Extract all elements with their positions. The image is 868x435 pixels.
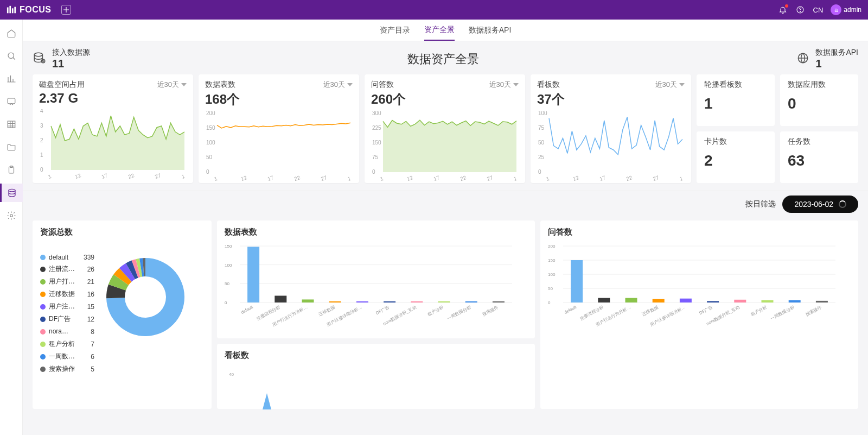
sparkline-chart: 0751502253001121722271: [371, 111, 519, 182]
svg-text:200: 200: [548, 244, 556, 249]
legend-item[interactable]: DF广告12: [40, 314, 94, 324]
svg-text:default: default: [240, 304, 254, 315]
legend-label: 注册流…: [49, 264, 75, 274]
api-value: 1: [815, 58, 858, 70]
bar-chart: 050100150default注册流程分析用户打点行为分析…迁移数据用户注册详…: [225, 243, 518, 330]
svg-point-11: [9, 189, 15, 192]
svg-text:17: 17: [101, 172, 109, 180]
bell-icon[interactable]: [778, 5, 787, 14]
svg-text:一周数据分析: 一周数据分析: [770, 305, 795, 321]
range-selector[interactable]: 近30天: [655, 80, 685, 90]
svg-rect-1: [9, 6, 11, 13]
legend-item[interactable]: 租户分析7: [40, 339, 94, 349]
tab-catalog[interactable]: 资产目录: [380, 21, 410, 40]
svg-rect-3: [14, 7, 16, 14]
svg-text:100: 100: [206, 140, 215, 146]
stat-title: 轮播看板数: [704, 80, 767, 90]
svg-text:3: 3: [40, 123, 43, 129]
svg-text:22: 22: [293, 174, 302, 182]
card-boards-bar: 看板数 40: [217, 344, 535, 409]
mini-card-qa: 问答数 260个 近30天 0751502253001121722271: [365, 74, 525, 183]
svg-text:1: 1: [347, 175, 352, 182]
svg-rect-103: [626, 298, 637, 302]
card-qa-bar: 问答数 050100150200default注册流程分析用户打点行为分析…迁移…: [540, 220, 858, 409]
legend-color-icon: [40, 329, 46, 335]
svg-text:100: 100: [225, 263, 232, 268]
tab-overview[interactable]: 资产全景: [424, 20, 455, 41]
svg-text:0: 0: [225, 300, 227, 305]
svg-text:50: 50: [206, 154, 213, 160]
sidebar-table[interactable]: [5, 118, 17, 130]
svg-point-12: [10, 215, 12, 217]
legend-color-icon: [40, 342, 46, 347]
tab-api[interactable]: 数据服务API: [469, 21, 512, 40]
brand[interactable]: FOCUS: [7, 5, 52, 15]
svg-rect-101: [598, 298, 610, 302]
legend-color-icon: [40, 267, 46, 272]
sidebar-chart[interactable]: [5, 73, 17, 85]
legend-value: 7: [78, 341, 94, 348]
summary-row: 接入数据源 11 数据资产全景 数据服务API 1: [23, 41, 868, 74]
card-resource-total: 资源总数 default339注册流…26用户打…21迁移数据16用户注…15D…: [33, 220, 212, 409]
chevron-down-icon: [347, 83, 353, 86]
legend-item[interactable]: 注册流…26: [40, 264, 94, 274]
date-picker[interactable]: 2023-06-02: [782, 196, 858, 213]
sidebar-clipboard[interactable]: [5, 164, 17, 176]
svg-text:12: 12: [74, 172, 82, 180]
legend-item[interactable]: 迁移数据16: [40, 289, 94, 299]
card-tables-bar: 数据表数 050100150default注册流程分析用户打点行为分析…迁移数据…: [217, 220, 535, 338]
pie-legend: default339注册流…26用户打…21迁移数据16用户注…15DF广告12…: [40, 254, 94, 377]
sidebar-home[interactable]: [5, 27, 17, 39]
sidebar-search[interactable]: [5, 50, 17, 62]
stat-card-tasks: 任务数 63: [780, 131, 858, 183]
legend-color-icon: [40, 354, 46, 360]
svg-rect-86: [493, 301, 505, 302]
range-selector[interactable]: 近30天: [157, 80, 187, 90]
datasource-value: 11: [52, 58, 90, 70]
svg-text:DF广告: DF广告: [698, 305, 713, 316]
svg-text:17: 17: [267, 174, 275, 182]
mini-card-disk: 磁盘空间占用 2.37 G 近30天 012341121722271: [33, 74, 193, 183]
filter-label: 按日筛选: [745, 199, 776, 209]
range-selector[interactable]: 近30天: [489, 80, 519, 90]
legend-item[interactable]: 搜索操作5: [40, 364, 94, 374]
svg-text:1: 1: [47, 173, 52, 180]
svg-text:1: 1: [513, 175, 518, 182]
sparkline-chart: 012341121722271: [39, 109, 187, 180]
svg-text:300: 300: [372, 111, 381, 116]
legend-color-icon: [40, 292, 46, 297]
legend-item[interactable]: 用户打…21: [40, 277, 94, 286]
sidebar-settings[interactable]: [5, 210, 17, 222]
svg-text:1: 1: [213, 175, 218, 182]
range-selector[interactable]: 近30天: [323, 80, 353, 90]
avatar[interactable]: a: [831, 4, 841, 15]
sidebar-chat[interactable]: [5, 96, 17, 108]
username-label: admin: [844, 6, 861, 14]
svg-rect-76: [356, 301, 368, 302]
legend-item[interactable]: nora数…8: [40, 327, 94, 336]
chevron-down-icon: [181, 83, 187, 86]
svg-text:75: 75: [372, 154, 379, 160]
sidebar-folder[interactable]: [5, 141, 17, 153]
legend-label: 搜索操作: [49, 364, 75, 374]
language-switch[interactable]: CN: [813, 6, 824, 14]
svg-rect-99: [571, 260, 583, 302]
legend-item[interactable]: default339: [40, 254, 94, 261]
legend-item[interactable]: 用户注…15: [40, 302, 94, 311]
sidebar-database[interactable]: [0, 184, 23, 202]
legend-item[interactable]: 一周数…6: [40, 352, 94, 361]
legend-value: 15: [78, 303, 94, 311]
svg-marker-88: [263, 393, 271, 409]
svg-point-5: [800, 11, 800, 12]
legend-value: 21: [78, 278, 94, 286]
svg-rect-109: [707, 301, 719, 302]
svg-rect-2: [12, 8, 14, 13]
svg-rect-84: [465, 301, 477, 302]
svg-rect-105: [653, 299, 665, 302]
svg-rect-117: [816, 301, 828, 302]
svg-rect-8: [8, 121, 15, 128]
svg-text:150: 150: [225, 244, 232, 249]
add-button[interactable]: [61, 5, 71, 15]
api-label: 数据服务API: [815, 48, 858, 58]
help-icon[interactable]: [796, 5, 805, 14]
